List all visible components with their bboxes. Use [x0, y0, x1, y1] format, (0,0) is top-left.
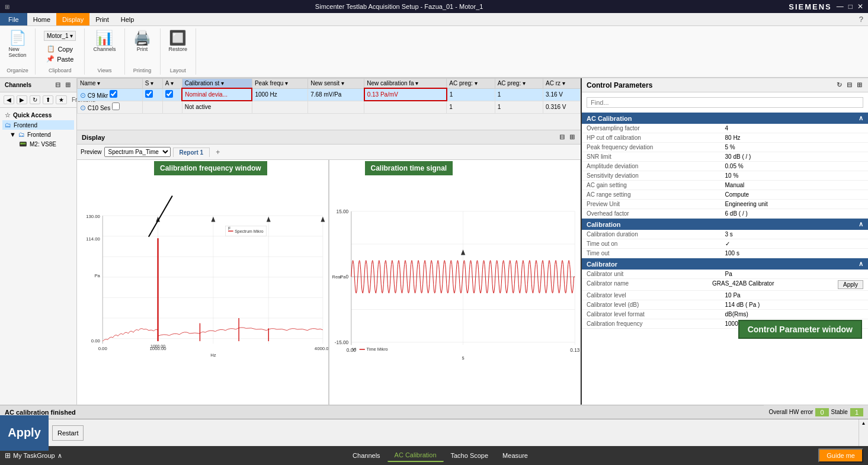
close-btn[interactable]: ✕ — [857, 2, 863, 11]
cp-row-overhead: Overhead factor 6 dB ( / ) — [582, 209, 868, 219]
menu-display[interactable]: Display — [56, 13, 89, 25]
svg-text:Pa: Pa — [340, 274, 346, 280]
tree-frontend-child[interactable]: ▼ 🗂 Frontend — [7, 130, 74, 139]
refresh-button[interactable]: ↻ — [30, 95, 40, 104]
cp-refresh-icon[interactable]: ↻ — [835, 81, 843, 89]
status-bar: AC calibration finished Overall HW error… — [0, 405, 868, 419]
cp-row-amp-dev: Amplitude deviation 0.05 % — [582, 162, 868, 171]
status-message: AC calibration finished — [0, 405, 764, 419]
tab-measure[interactable]: Measure — [495, 449, 535, 462]
back-button[interactable]: ◀ — [4, 95, 14, 104]
taskgroup-chevron[interactable]: ∧ — [57, 452, 62, 460]
control-parameters-panel: Control Parameters ↻ ⊟ ⊞ AC Calibration … — [581, 78, 868, 405]
restore-icon: 🔲 — [169, 31, 187, 45]
ch1-a[interactable] — [165, 90, 173, 98]
svg-text:Time Mikro: Time Mikro — [366, 347, 387, 352]
apply-button[interactable]: Apply — [0, 415, 49, 451]
tab-ac-calibration[interactable]: AC Calibration — [387, 449, 444, 462]
help-icon[interactable]: ? — [859, 15, 868, 24]
cp-search-input[interactable] — [587, 97, 863, 108]
calibrator-apply-button[interactable]: Apply — [838, 280, 863, 289]
maximize-btn[interactable]: □ — [848, 2, 853, 11]
display-icon1[interactable]: ⊟ — [558, 133, 566, 141]
ch2-checkbox[interactable] — [112, 102, 120, 110]
star-button[interactable]: ★ — [56, 95, 67, 104]
channels-icon: 📊 — [95, 31, 113, 45]
title-bar: ⊞ Simcenter Testlab Acquisition Setup - … — [0, 0, 868, 13]
cp-section-ac-calibration[interactable]: AC Calibration ∧ — [582, 113, 868, 124]
copy-icon: 📋 — [47, 45, 55, 53]
sidebar: Channels ⊟ ⊞ ◀ ▶ ↻ ⬆ ★ Frontend ☆ Quick … — [0, 78, 77, 405]
svg-text:0: 0 — [345, 274, 348, 280]
tab-tacho-scope[interactable]: Tacho Scope — [444, 449, 496, 462]
new-section-button[interactable]: 📄 NewSection — [5, 30, 30, 59]
copy-button[interactable]: 📋 Copy — [43, 44, 76, 53]
cp-icon2[interactable]: ⊞ — [856, 81, 863, 89]
scroll-up-icon[interactable]: ▲ — [861, 421, 866, 426]
display-icon2[interactable]: ⊞ — [568, 133, 576, 141]
col-name[interactable]: Name ▾ — [78, 79, 143, 89]
ch1-s[interactable] — [145, 90, 153, 98]
restart-button[interactable]: Restart — [52, 425, 84, 441]
cp-row-preview-unit: Preview Unit Engineering unit — [582, 200, 868, 209]
col-calst[interactable]: Calibration st ▾ — [182, 79, 252, 89]
folder-icon: 🗂 — [5, 121, 11, 129]
col-peakfreq[interactable]: Peak frequ ▾ — [252, 79, 308, 89]
menu-print[interactable]: Print — [89, 13, 115, 25]
tab-add-button[interactable]: + — [212, 147, 223, 158]
guide-me-button[interactable]: Guide me — [818, 448, 863, 463]
menu-file[interactable]: File — [0, 13, 27, 25]
col-acrz[interactable]: AC rz ▾ — [543, 79, 581, 89]
paste-button[interactable]: 📌 Paste — [43, 54, 77, 63]
col-newcal[interactable]: New calibration fa ▾ — [364, 79, 447, 89]
channels-icon-btn2[interactable]: ⊞ — [64, 81, 72, 89]
tree-frontend-top[interactable]: 🗂 Frontend — [2, 120, 74, 130]
motor1-label: Motor_1 ▾ — [44, 31, 76, 41]
svg-rect-34 — [329, 200, 581, 364]
tree-m2-vs8e[interactable]: 📟 M2: VS8E — [17, 139, 74, 149]
svg-rect-0 — [77, 206, 328, 359]
cell-s — [142, 88, 162, 101]
col-newsen[interactable]: New sensit ▾ — [308, 79, 364, 89]
scroll-bar-right[interactable]: ▲ — [859, 419, 868, 446]
cp-section-calibration[interactable]: Calibration ∧ — [582, 219, 868, 230]
views-label: Views — [98, 66, 112, 73]
svg-text:Hz: Hz — [210, 352, 216, 358]
ch1-checkbox[interactable] — [110, 90, 117, 98]
freq-chart: Calibration frequency window — [77, 160, 329, 405]
menu-help[interactable]: Help — [115, 13, 140, 25]
channel-icon2: ⊙ — [80, 104, 86, 112]
cell-a — [162, 88, 182, 101]
restore-button[interactable]: 🔲 Restore — [165, 30, 191, 53]
preview-dropdown[interactable]: Spectrum Pa_Time — [104, 147, 171, 157]
cell-acpreg1-2: 1 — [447, 101, 495, 113]
cell-calst: Nominal devia... — [182, 88, 252, 101]
svg-text:4000.00: 4000.00 — [315, 346, 328, 351]
motor1-dropdown[interactable]: Motor_1 ▾ — [40, 30, 79, 42]
minimize-btn[interactable]: — — [837, 2, 844, 11]
cell-calst2: Not active — [182, 101, 252, 113]
freq-chart-svg: 130.00 114.00 0.00 Pa 0.00 1000.00 4000.… — [77, 160, 328, 405]
menu-home[interactable]: Home — [27, 13, 56, 25]
display-section: Display ⊟ ⊞ Preview Spectrum Pa_Time Rep… — [77, 130, 581, 405]
layout-label: Layout — [170, 66, 186, 73]
col-acpreg2[interactable]: AC preg: ▾ — [495, 79, 543, 89]
forward-button[interactable]: ▶ — [17, 95, 27, 104]
col-acpreg1[interactable]: AC preg: ▾ — [447, 79, 495, 89]
svg-text:Real: Real — [332, 274, 341, 280]
channels-button[interactable]: 📊 Channels — [89, 30, 119, 53]
ribbon-group-printing: 🖨️ Print Printing — [125, 28, 161, 75]
tab-report1[interactable]: Report 1 — [173, 147, 210, 157]
channels-icon-btn1[interactable]: ⊟ — [54, 81, 62, 89]
print-button[interactable]: 🖨️ Print — [130, 30, 155, 53]
col-s[interactable]: S ▾ — [142, 79, 162, 89]
cp-icon1[interactable]: ⊟ — [845, 81, 853, 89]
footer-area: AC calibration finished Overall HW error… — [0, 405, 868, 446]
cp-section-calibrator[interactable]: Calibrator ∧ — [582, 258, 868, 270]
col-a[interactable]: A ▾ — [162, 79, 182, 89]
up-button[interactable]: ⬆ — [43, 95, 53, 104]
tree-quick-access[interactable]: ☆ Quick Access — [2, 110, 74, 120]
svg-text:15.00: 15.00 — [336, 209, 348, 214]
cp-row-ac-gain: AC gain setting Manual — [582, 181, 868, 190]
tab-channels[interactable]: Channels — [345, 449, 387, 462]
